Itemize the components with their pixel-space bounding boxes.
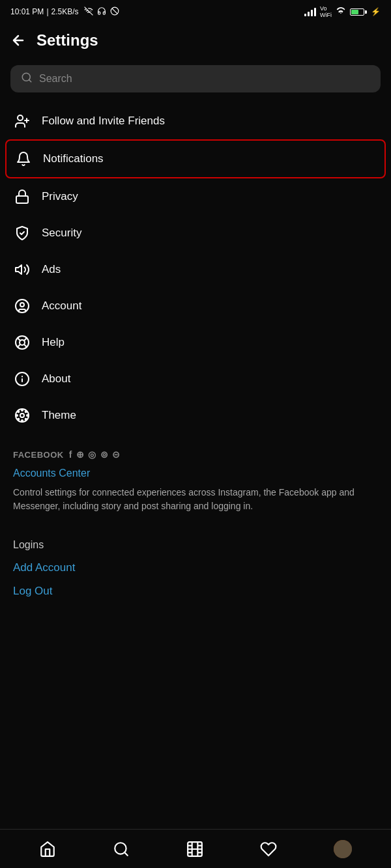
menu-label-about: About (42, 372, 70, 385)
signal-bars (304, 7, 316, 16)
whatsapp-icon: ⊚ (100, 449, 109, 460)
accounts-center-description: Control settings for connected experienc… (13, 486, 378, 513)
menu-item-about[interactable]: About (5, 361, 386, 397)
svg-point-30 (18, 419, 19, 420)
menu-item-help[interactable]: Help (5, 324, 386, 361)
menu-label-privacy: Privacy (42, 190, 78, 203)
menu-item-follow[interactable]: Follow and Invite Friends (5, 103, 386, 139)
menu-label-account: Account (42, 300, 81, 313)
signal-bar-3 (311, 10, 313, 16)
nav-home[interactable] (34, 835, 61, 863)
logout-link[interactable]: Log Out (13, 585, 378, 598)
menu-item-ads[interactable]: Ads (5, 251, 386, 288)
network-icons (84, 7, 93, 18)
logins-title: Logins (13, 539, 378, 551)
facebook-title-text: FACEBOOK (13, 450, 64, 460)
facebook-title: FACEBOOK f ⊕ ◎ ⊚ ⊝ (13, 449, 378, 460)
svg-point-5 (18, 115, 23, 120)
nav-reels[interactable] (181, 835, 209, 863)
menu-label-theme: Theme (42, 409, 76, 422)
ads-icon (13, 260, 31, 279)
svg-point-23 (22, 410, 23, 411)
svg-line-15 (24, 344, 27, 347)
svg-marker-9 (16, 265, 22, 274)
signal-bar-1 (304, 14, 306, 16)
logins-section: Logins Add Account Log Out (0, 539, 391, 598)
svg-point-29 (25, 411, 27, 412)
svg-point-28 (25, 419, 27, 420)
nav-profile[interactable] (328, 835, 357, 863)
shield-icon (13, 224, 31, 242)
network-speed-value: 2.5KB/s (51, 7, 79, 16)
menu-item-security[interactable]: Security (5, 215, 386, 251)
facebook-f-icon: f (69, 449, 72, 460)
svg-point-11 (20, 303, 24, 307)
svg-point-26 (27, 415, 28, 416)
svg-point-24 (22, 420, 23, 421)
account-icon (13, 297, 31, 315)
search-icon (21, 72, 33, 86)
avatar-image (334, 840, 352, 858)
menu-section: Follow and Invite Friends Notifications … (0, 103, 391, 434)
svg-line-4 (29, 79, 31, 81)
status-right: VoWiFi ⚡ (304, 5, 381, 18)
svg-point-25 (16, 415, 18, 416)
svg-rect-8 (16, 196, 28, 203)
headphone-icon (97, 7, 106, 18)
search-placeholder: Search (39, 73, 72, 85)
facebook-icons: f ⊕ ◎ ⊚ ⊝ (69, 449, 121, 460)
bottom-nav (0, 829, 391, 868)
menu-item-theme[interactable]: Theme (5, 397, 386, 434)
signal-bar-4 (314, 8, 316, 16)
lock-icon (13, 188, 31, 206)
nav-search[interactable] (108, 835, 135, 863)
status-bar: 10:01 PM | 2.5KB/s (0, 0, 391, 23)
header: Settings (0, 23, 391, 60)
vo-wifi-label: VoWiFi (320, 5, 332, 18)
help-icon (13, 333, 31, 352)
status-left: 10:01 PM | 2.5KB/s (10, 7, 119, 18)
avatar (334, 840, 352, 858)
accounts-center-link[interactable]: Accounts Center (13, 468, 378, 479)
menu-label-follow: Follow and Invite Friends (42, 115, 165, 128)
do-not-disturb-icon (110, 7, 119, 18)
svg-point-22 (20, 413, 24, 417)
battery (350, 8, 367, 16)
svg-line-2 (111, 8, 117, 13)
menu-label-help: Help (42, 336, 65, 349)
nav-activity[interactable] (255, 835, 282, 863)
menu-item-privacy[interactable]: Privacy (5, 178, 386, 215)
menu-item-notifications[interactable]: Notifications (5, 139, 386, 178)
facebook-section: FACEBOOK f ⊕ ◎ ⊚ ⊝ Accounts Center Contr… (0, 434, 391, 539)
menu-label-ads: Ads (42, 263, 61, 276)
info-icon (13, 370, 31, 388)
menu-label-notifications: Notifications (43, 152, 104, 165)
network-speed: | (46, 7, 48, 16)
svg-line-17 (18, 344, 20, 347)
svg-line-32 (124, 852, 128, 856)
signal-bar-2 (308, 12, 310, 16)
search-bar[interactable]: Search (10, 65, 381, 92)
charging-icon: ⚡ (371, 7, 381, 16)
messenger-icon: ⊕ (76, 449, 85, 460)
menu-item-account[interactable]: Account (5, 288, 386, 324)
theme-icon (13, 406, 31, 425)
svg-point-27 (18, 411, 19, 412)
search-container: Search (0, 60, 391, 103)
oculus-icon: ⊝ (112, 449, 121, 460)
svg-line-16 (24, 338, 27, 341)
svg-line-14 (18, 338, 20, 341)
back-button[interactable] (10, 33, 26, 48)
menu-label-security: Security (42, 227, 81, 240)
page-title: Settings (36, 31, 98, 49)
instagram-icon: ◎ (88, 449, 96, 460)
add-account-link[interactable]: Add Account (13, 561, 378, 574)
time: 10:01 PM (10, 7, 44, 16)
wifi-icon (336, 6, 346, 18)
follow-icon (13, 112, 31, 130)
bell-icon (14, 150, 33, 168)
